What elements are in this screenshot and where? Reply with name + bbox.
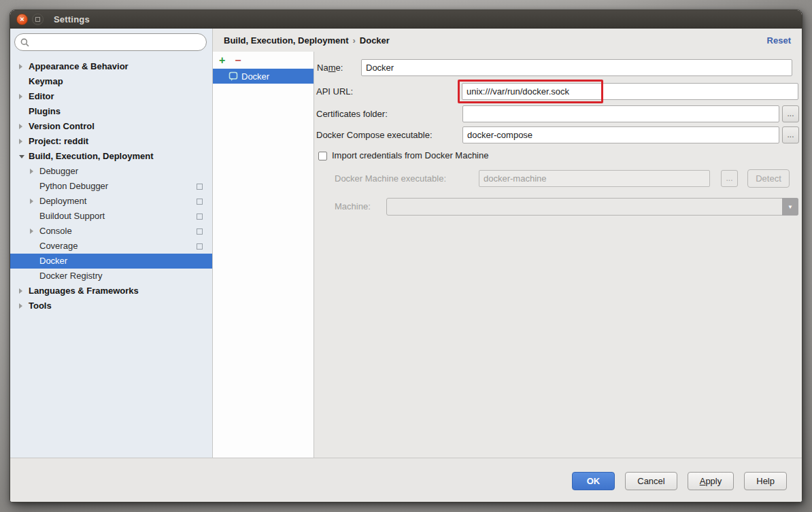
breadcrumb: Build, Execution, Deployment › Docker Re… xyxy=(213,29,802,52)
compose-browse-button[interactable]: ... xyxy=(782,126,799,143)
sidebar-item-docker-registry[interactable]: Docker Registry xyxy=(10,269,212,284)
certificates-folder-label: Certificates folder: xyxy=(316,105,388,122)
sidebar-item-label: Buildout Support xyxy=(10,209,105,224)
chevron-right-icon[interactable] xyxy=(19,288,22,294)
chevron-right-icon[interactable] xyxy=(19,303,22,309)
sidebar-item-build-execution-deployment[interactable]: Build, Execution, Deployment xyxy=(10,149,212,164)
detect-button: Detect xyxy=(747,169,790,188)
sidebar-item-label: Keymap xyxy=(10,74,63,89)
name-label-pre: Na xyxy=(317,63,328,73)
ok-button[interactable]: OK xyxy=(572,472,615,490)
import-credentials-label: Import credentials from Docker Machine xyxy=(332,150,488,160)
close-window-button[interactable]: × xyxy=(16,14,28,25)
sidebar-item-label: Tools xyxy=(10,298,52,313)
chevron-right-icon[interactable] xyxy=(30,228,33,234)
name-label-mnemonic: m xyxy=(328,63,336,73)
sidebar-item-deployment[interactable]: Deployment xyxy=(10,194,212,209)
breadcrumb-separator-icon: › xyxy=(348,35,359,46)
breadcrumb-segment-build-execution-deployment[interactable]: Build, Execution, Deployment xyxy=(224,35,348,46)
sidebar-item-coverage[interactable]: Coverage xyxy=(10,239,212,254)
sidebar-item-project-reddit[interactable]: Project: reddit xyxy=(10,134,212,149)
settings-search-box[interactable] xyxy=(14,33,207,51)
certificates-browse-button[interactable]: ... xyxy=(782,105,799,122)
maximize-window-button[interactable] xyxy=(32,14,44,25)
sidebar-item-buildout-support[interactable]: Buildout Support xyxy=(10,209,212,224)
window-title: Settings xyxy=(54,14,90,24)
docker-servers-list-panel: + − Docker xyxy=(213,52,314,458)
docker-compose-executable-field[interactable] xyxy=(462,126,779,143)
sidebar-item-editor[interactable]: Editor xyxy=(10,89,212,104)
chevron-right-icon[interactable] xyxy=(19,139,22,144)
add-server-button[interactable]: + xyxy=(219,55,225,66)
sidebar-item-plugins[interactable]: Plugins xyxy=(10,104,212,119)
close-icon: × xyxy=(20,15,24,23)
maximize-icon xyxy=(35,17,40,22)
docker-machine-executable-label: Docker Machine executable: xyxy=(335,170,446,187)
docker-server-icon xyxy=(229,71,238,82)
sidebar-item-console[interactable]: Console xyxy=(10,224,212,239)
sidebar-item-appearance-behavior[interactable]: Appearance & Behavior xyxy=(10,59,212,74)
per-project-settings-icon xyxy=(197,243,203,250)
sidebar-item-label: Deployment xyxy=(10,194,86,209)
help-button[interactable]: Help xyxy=(744,472,787,490)
chevron-down-icon[interactable] xyxy=(19,155,24,158)
settings-dialog: × Settings Appearance & Behavior Keymap … xyxy=(10,10,802,502)
breadcrumb-segment-docker: Docker xyxy=(360,35,390,46)
docker-machine-executable-field xyxy=(479,170,710,187)
per-project-settings-icon xyxy=(197,184,203,190)
search-icon xyxy=(20,38,29,47)
docker-compose-executable-label: Docker Compose executable: xyxy=(316,126,433,143)
list-toolbar: + − xyxy=(213,52,314,69)
sidebar-item-label: Docker xyxy=(10,254,67,269)
sidebar-item-version-control[interactable]: Version Control xyxy=(10,119,212,134)
settings-sidebar: Appearance & Behavior Keymap Editor Plug… xyxy=(10,29,213,458)
sidebar-item-languages-frameworks[interactable]: Languages & Frameworks xyxy=(10,284,212,298)
apply-button[interactable]: Apply xyxy=(688,472,734,490)
dropdown-arrow-button: ▼ xyxy=(782,198,798,216)
settings-content: Build, Execution, Deployment › Docker Re… xyxy=(213,29,802,458)
machine-dropdown: ▼ xyxy=(386,198,798,216)
search-input[interactable] xyxy=(33,37,201,48)
docker-settings-form: Name: API URL: Certificates folder: ... … xyxy=(314,52,802,458)
sidebar-item-label: Build, Execution, Deployment xyxy=(10,149,153,164)
chevron-right-icon[interactable] xyxy=(30,199,33,204)
sidebar-item-python-debugger[interactable]: Python Debugger xyxy=(10,179,212,194)
sidebar-item-label: Console xyxy=(10,224,72,239)
machine-browse-button: ... xyxy=(721,170,738,187)
list-item-docker[interactable]: Docker xyxy=(213,69,314,84)
api-url-label: API URL: xyxy=(316,83,353,100)
name-label: Name: xyxy=(317,59,343,76)
docker-settings-body: + − Docker Name: API URL: xyxy=(213,52,802,458)
certificates-folder-field[interactable] xyxy=(462,105,779,122)
name-field[interactable] xyxy=(361,59,792,76)
chevron-right-icon[interactable] xyxy=(19,94,22,99)
remove-server-button[interactable]: − xyxy=(235,55,241,66)
apply-label-post: pply xyxy=(705,476,722,486)
sidebar-item-label: Plugins xyxy=(10,104,61,119)
settings-tree: Appearance & Behavior Keymap Editor Plug… xyxy=(10,56,212,313)
titlebar: × Settings xyxy=(10,10,802,29)
sidebar-item-label: Debugger xyxy=(10,164,78,179)
cancel-button[interactable]: Cancel xyxy=(625,472,677,490)
chevron-right-icon[interactable] xyxy=(19,124,22,129)
sidebar-item-debugger[interactable]: Debugger xyxy=(10,164,212,179)
per-project-settings-icon xyxy=(197,214,203,220)
api-url-field[interactable] xyxy=(462,83,798,100)
chevron-down-icon: ▼ xyxy=(788,204,793,210)
sidebar-item-label: Python Debugger xyxy=(10,179,108,194)
sidebar-item-keymap[interactable]: Keymap xyxy=(10,74,212,89)
import-credentials-checkbox[interactable] xyxy=(318,152,327,160)
reset-link[interactable]: Reset xyxy=(767,35,791,46)
per-project-settings-icon xyxy=(197,199,203,205)
dialog-footer: OK Cancel Apply Help xyxy=(10,458,802,502)
sidebar-item-docker[interactable]: Docker xyxy=(10,254,212,269)
chevron-right-icon[interactable] xyxy=(30,169,33,174)
sidebar-item-label: Languages & Frameworks xyxy=(10,284,139,298)
sidebar-item-label: Version Control xyxy=(10,119,95,134)
chevron-right-icon[interactable] xyxy=(19,64,22,69)
sidebar-item-tools[interactable]: Tools xyxy=(10,298,212,313)
main-area: Appearance & Behavior Keymap Editor Plug… xyxy=(10,29,802,458)
per-project-settings-icon xyxy=(197,228,203,235)
machine-label: Machine: xyxy=(335,198,371,215)
list-item-label: Docker xyxy=(241,71,269,82)
